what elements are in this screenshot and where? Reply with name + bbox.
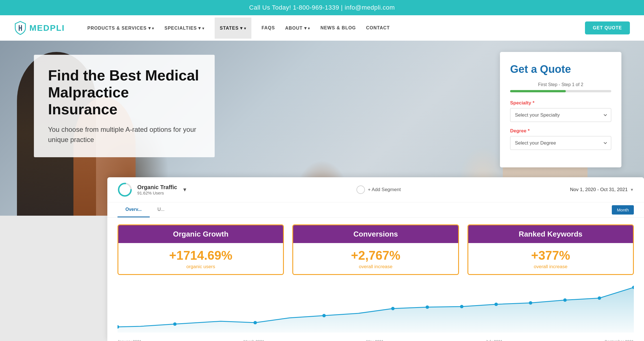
organic-info: Organic Traffic 91.62% Users — [137, 184, 177, 195]
chart-area — [107, 282, 644, 338]
svg-point-4 — [253, 321, 257, 324]
analytics-panel: Organic Traffic 91.62% Users ▼ + Add Seg… — [107, 177, 644, 341]
organic-traffic-label: Organic Traffic — [137, 184, 177, 191]
stat-organic-growth-header: Organic Growth — [118, 225, 283, 243]
x-label-may: May 2021 — [366, 339, 384, 341]
hero-subtitle: You choose from multiple A-rated options… — [48, 124, 201, 145]
specialty-label: Specialty * — [510, 100, 611, 106]
navbar: MEDPLI Products & Services ▾ Specialties… — [0, 15, 644, 41]
chart-svg — [118, 282, 634, 333]
stat-card-organic-growth: Organic Growth +1714.69% organic users — [118, 224, 284, 275]
quote-title: Get a Quote — [510, 63, 611, 75]
tab-overview[interactable]: Overv... — [118, 202, 150, 217]
logo[interactable]: MEDPLI — [14, 21, 65, 35]
svg-point-6 — [391, 307, 395, 310]
stats-row: Organic Growth +1714.69% organic users C… — [107, 218, 644, 282]
stat-ranked-keywords-desc: overall increase — [473, 264, 628, 270]
date-range[interactable]: Nov 1, 2020 - Oct 31, 2021 ▼ — [570, 187, 634, 193]
get-quote-button[interactable]: Get Quote — [585, 21, 630, 34]
stat-organic-growth-body: +1714.69% organic users — [118, 243, 283, 274]
nav-faqs[interactable]: FAQs — [262, 25, 275, 30]
date-range-arrow: ▼ — [630, 187, 634, 192]
svg-point-12 — [598, 296, 601, 300]
analytics-tabs: Overv... U... Month — [107, 202, 644, 218]
stat-card-conversions: Conversions +2,767% overall increase — [292, 224, 459, 275]
x-label-sep: September 2021 — [604, 339, 634, 341]
segment-circle-icon — [356, 185, 365, 194]
x-label-jul: July 2021 — [486, 339, 502, 341]
nav-news[interactable]: News & Blog — [320, 25, 356, 30]
svg-point-3 — [173, 322, 177, 326]
x-label-mar: March 2021 — [243, 339, 264, 341]
date-range-text: Nov 1, 2020 - Oct 31, 2021 — [570, 187, 628, 193]
nav-contact[interactable]: Contact — [366, 25, 390, 30]
stat-card-ranked-keywords: Ranked Keywords +377% overall increase — [467, 224, 634, 275]
stat-ranked-keywords-value: +377% — [473, 249, 628, 262]
stat-ranked-keywords-body: +377% overall increase — [468, 243, 633, 274]
hero-title: Find the Best Medical Malpractice Insura… — [48, 67, 201, 118]
nav-states[interactable]: States ▾ — [215, 18, 251, 39]
tab-users[interactable]: U... — [150, 202, 173, 217]
month-button[interactable]: Month — [612, 205, 634, 215]
analytics-top-bar: Organic Traffic 91.62% Users ▼ + Add Seg… — [107, 177, 644, 202]
nav-about[interactable]: About ▾ — [285, 25, 310, 31]
x-label-jan: January 2021 — [118, 339, 142, 341]
nav-links: Products & Services ▾ Specialties ▾ Stat… — [87, 18, 585, 39]
add-segment-button[interactable]: + Add Segment — [356, 185, 401, 194]
svg-point-5 — [322, 314, 326, 317]
svg-point-10 — [529, 301, 532, 305]
stat-organic-growth-value: +1714.69% — [123, 249, 279, 262]
organic-traffic-icon — [118, 182, 132, 197]
stat-conversions-desc: overall increase — [298, 264, 453, 270]
stat-conversions-value: +2,767% — [298, 249, 453, 262]
segment-label: + Add Segment — [368, 187, 401, 193]
organic-traffic-sublabel: 91.62% Users — [137, 191, 177, 195]
step-label: First Step - Step 1 of 2 — [510, 82, 611, 87]
organic-dropdown-arrow[interactable]: ▼ — [182, 187, 187, 193]
quote-box: Get a Quote First Step - Step 1 of 2 Spe… — [500, 52, 621, 167]
svg-point-9 — [494, 303, 498, 306]
svg-point-8 — [460, 305, 464, 308]
top-bar: Call Us Today! 1-800-969-1339 | info@med… — [0, 0, 644, 15]
progress-bar-bg — [510, 90, 611, 92]
nav-specialties[interactable]: Specialties ▾ — [164, 25, 204, 31]
stat-conversions-body: +2,767% overall increase — [293, 243, 458, 274]
degree-select[interactable]: Select your Degree — [510, 136, 611, 150]
contact-info: Call Us Today! 1-800-969-1339 | info@med… — [249, 4, 395, 11]
nav-products[interactable]: Products & Services ▾ — [87, 25, 154, 31]
chart-x-labels: January 2021 March 2021 May 2021 July 20… — [107, 338, 644, 341]
stat-conversions-header: Conversions — [293, 225, 458, 243]
svg-point-11 — [563, 298, 567, 302]
analytics-left: Organic Traffic 91.62% Users ▼ — [118, 182, 187, 197]
logo-text: MEDPLI — [29, 23, 65, 33]
degree-label: Degree * — [510, 128, 611, 134]
stat-organic-growth-desc: organic users — [123, 264, 279, 270]
logo-icon — [14, 21, 27, 35]
hero-text-box: Find the Best Medical Malpractice Insura… — [34, 55, 215, 157]
progress-bar-fill — [510, 90, 566, 92]
svg-point-7 — [426, 305, 429, 309]
stat-ranked-keywords-header: Ranked Keywords — [468, 225, 633, 243]
specialty-select[interactable]: Select your Specialty — [510, 108, 611, 122]
